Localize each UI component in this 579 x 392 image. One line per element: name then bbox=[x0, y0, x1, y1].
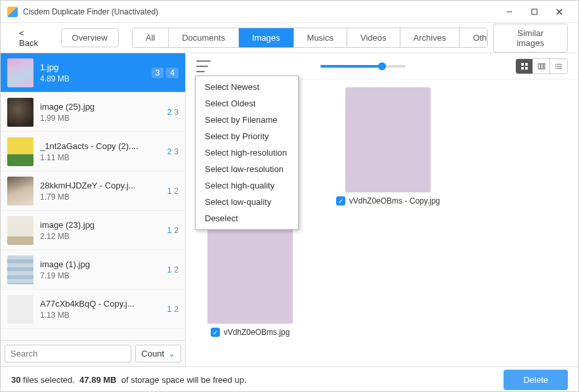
menu-item-select-high-resolution[interactable]: Select high-resolution bbox=[196, 144, 298, 161]
main-toolbar: < Back Overview AllDocumentsImagesMusics… bbox=[1, 23, 578, 53]
item-size: 1.99 MB bbox=[40, 114, 161, 123]
tab-images[interactable]: Images bbox=[239, 28, 294, 47]
svg-rect-4 bbox=[521, 63, 524, 66]
status-size: 47.89 MB bbox=[79, 375, 116, 385]
view-grid-button[interactable] bbox=[516, 59, 533, 74]
checkbox-icon[interactable]: ✓ bbox=[336, 196, 345, 206]
list-footer: Count ⌄ bbox=[1, 340, 185, 366]
item-size: 1.79 MB bbox=[40, 192, 161, 202]
menu-item-select-newest[interactable]: Select Newest bbox=[196, 79, 298, 95]
status-bar: 30 files selected. 47.89 MB of storage s… bbox=[1, 366, 578, 392]
list-item[interactable]: A77cXb4kBqQ - Copy.j...1.13 MB12 bbox=[1, 290, 185, 329]
svg-rect-5 bbox=[525, 63, 528, 66]
item-badges: 12 bbox=[167, 305, 179, 314]
item-name: image (25).jpg bbox=[40, 102, 161, 112]
titlebar: Cisdem Duplicate Finder (Unactivated) bbox=[1, 1, 578, 23]
thumbnail bbox=[7, 177, 33, 206]
tab-archives[interactable]: Archives bbox=[400, 28, 460, 47]
checkbox-icon[interactable]: ✓ bbox=[211, 328, 220, 337]
preview-image bbox=[345, 87, 431, 192]
menu-item-select-oldest[interactable]: Select Oldest bbox=[196, 95, 298, 112]
search-input[interactable] bbox=[5, 345, 131, 362]
delete-button[interactable]: Delete bbox=[504, 370, 568, 390]
view-list-button[interactable] bbox=[550, 59, 567, 74]
svg-rect-10 bbox=[544, 64, 545, 69]
overview-button[interactable]: Overview bbox=[61, 28, 119, 47]
thumbnail bbox=[7, 295, 33, 324]
svg-point-14 bbox=[555, 64, 557, 65]
selection-menu-button[interactable] bbox=[196, 60, 211, 72]
window-title: Cisdem Duplicate Finder (Unactivated) bbox=[23, 7, 497, 16]
item-name: image (1).jpg bbox=[40, 259, 161, 269]
item-name: image (23).jpg bbox=[40, 220, 161, 230]
sort-label: Count bbox=[141, 349, 164, 359]
app-icon bbox=[7, 7, 18, 17]
minimize-button[interactable] bbox=[497, 3, 522, 21]
item-name: A77cXb4kBqQ - Copy.j... bbox=[40, 299, 161, 309]
item-name: _1nt2aGacts - Copy (2).... bbox=[40, 141, 161, 151]
list-item[interactable]: image (1).jpg7.19 MB12 bbox=[1, 250, 185, 290]
close-button[interactable] bbox=[547, 3, 572, 21]
menu-item-select-by-filename[interactable]: Select by Filename bbox=[196, 112, 298, 128]
item-size: 1.13 MB bbox=[40, 311, 161, 320]
main-area: 1.jpg4.89 MB34image (25).jpg1.99 MB23_1n… bbox=[1, 53, 578, 366]
tab-others[interactable]: Others bbox=[460, 28, 488, 47]
view-columns-button[interactable] bbox=[533, 59, 550, 74]
thumbnail bbox=[7, 216, 33, 245]
list-item[interactable]: 1.jpg4.89 MB34 bbox=[1, 53, 185, 93]
list-item[interactable]: 28kkmHJDZeY - Copy.j...1.79 MB12 bbox=[1, 171, 185, 211]
menu-item-select-low-quality[interactable]: Select low-quality bbox=[196, 194, 298, 210]
selection-context-menu[interactable]: Select NewestSelect OldestSelect by File… bbox=[195, 76, 299, 230]
filename-label: vVdhZ0eOBms.jpg bbox=[224, 328, 290, 337]
view-mode-group bbox=[515, 58, 568, 74]
status-size-text: of storage space will be freed up. bbox=[121, 375, 247, 385]
svg-point-15 bbox=[555, 66, 557, 67]
svg-rect-1 bbox=[532, 9, 537, 14]
menu-item-select-low-resolution[interactable]: Select low-resolution bbox=[196, 161, 298, 177]
svg-point-16 bbox=[555, 68, 557, 69]
preview-image bbox=[207, 219, 293, 324]
menu-item-deselect[interactable]: Deselect bbox=[196, 210, 298, 227]
item-size: 1.11 MB bbox=[40, 153, 161, 162]
filename-label: vVdhZ0eOBms - Copy.jpg bbox=[349, 196, 440, 206]
list-item[interactable]: _1nt2aGacts - Copy (2)....1.11 MB23 bbox=[1, 132, 185, 171]
duplicate-list-panel: 1.jpg4.89 MB34image (25).jpg1.99 MB23_1n… bbox=[1, 53, 186, 366]
list-item[interactable]: image (25).jpg1.99 MB23 bbox=[1, 93, 185, 132]
menu-item-select-by-priority[interactable]: Select by Priority bbox=[196, 128, 298, 144]
item-badges: 12 bbox=[167, 265, 179, 274]
tab-all[interactable]: All bbox=[133, 28, 169, 47]
status-files-count: 30 bbox=[11, 375, 20, 385]
svg-rect-9 bbox=[541, 64, 543, 69]
duplicate-list[interactable]: 1.jpg4.89 MB34image (25).jpg1.99 MB23_1n… bbox=[1, 53, 185, 340]
item-size: 7.19 MB bbox=[40, 271, 161, 280]
svg-rect-7 bbox=[525, 67, 528, 70]
similar-images-button[interactable]: Similar images bbox=[493, 24, 568, 53]
tab-documents[interactable]: Documents bbox=[169, 28, 239, 47]
item-badges: 23 bbox=[167, 108, 179, 117]
item-badges: 23 bbox=[167, 147, 179, 156]
item-size: 4.89 MB bbox=[40, 74, 145, 83]
item-name: 1.jpg bbox=[40, 62, 145, 72]
grid-card[interactable]: ✓vVdhZ0eOBms - Copy.jpg bbox=[335, 87, 440, 206]
maximize-button[interactable] bbox=[522, 3, 547, 21]
svg-rect-6 bbox=[521, 67, 524, 70]
list-item[interactable]: image (23).jpg2.12 MB12 bbox=[1, 211, 185, 250]
tab-videos[interactable]: Videos bbox=[347, 28, 400, 47]
sort-dropdown[interactable]: Count ⌄ bbox=[135, 345, 181, 362]
tab-musics[interactable]: Musics bbox=[294, 28, 347, 47]
zoom-slider[interactable] bbox=[320, 65, 406, 68]
menu-item-select-high-quality[interactable]: Select high-quality bbox=[196, 177, 298, 194]
item-badges: 12 bbox=[167, 186, 179, 196]
back-button[interactable]: < Back bbox=[11, 24, 52, 52]
zoom-slider-wrap bbox=[217, 65, 509, 68]
item-badges: 34 bbox=[152, 68, 179, 78]
thumbnail bbox=[7, 98, 33, 127]
preview-panel: ✓a.jpg✓vVdhZ0eOBms - Copy.jpg✓vVdhZ0eOBm… bbox=[186, 53, 578, 366]
item-size: 2.12 MB bbox=[40, 232, 161, 241]
thumbnail bbox=[7, 58, 33, 87]
svg-rect-8 bbox=[538, 64, 540, 69]
grid-card[interactable]: ✓vVdhZ0eOBms.jpg bbox=[198, 219, 303, 337]
item-name: 28kkmHJDZeY - Copy.j... bbox=[40, 181, 161, 190]
thumbnail bbox=[7, 137, 33, 166]
category-tabs: AllDocumentsImagesMusicsVideosArchivesOt… bbox=[132, 28, 488, 48]
